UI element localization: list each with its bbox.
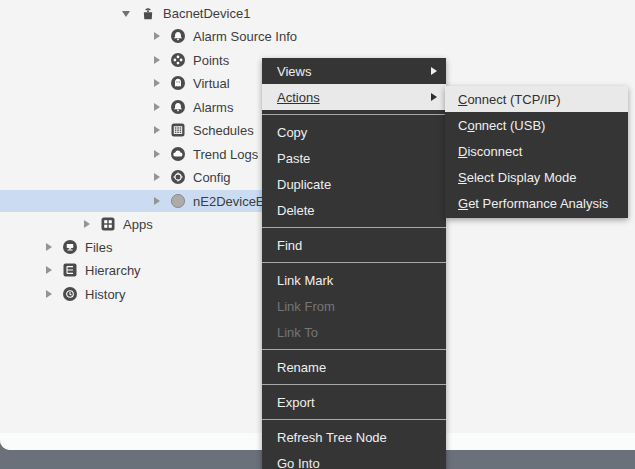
submenu-item-label: Connect (TCP/IP)	[458, 92, 561, 107]
virtual-ghost-icon	[170, 75, 186, 91]
menu-item-actions[interactable]: Actions	[262, 84, 446, 110]
submenu-item-select-display-mode[interactable]: Select Display Mode	[445, 164, 628, 190]
menu-item-rename[interactable]: Rename	[262, 354, 446, 380]
history-clock-icon	[62, 286, 78, 302]
menu-item-label: Paste	[277, 151, 310, 166]
tree-item-label: Alarm Source Info	[193, 29, 297, 44]
tree-item-label: Virtual	[193, 76, 230, 91]
tree-item-label: Points	[193, 53, 229, 68]
expand-arrow-icon[interactable]	[152, 196, 162, 206]
alarm-bell-icon	[170, 99, 186, 115]
menu-item-label: Views	[277, 64, 311, 79]
expand-arrow-icon[interactable]	[152, 102, 162, 112]
tree-item-label: History	[85, 287, 125, 302]
collapse-arrow-icon[interactable]	[122, 8, 132, 18]
menu-item-label: Actions	[277, 90, 320, 105]
menu-item-find[interactable]: Find	[262, 232, 446, 258]
menu-item-label: Delete	[277, 203, 315, 218]
tree-item-label: Trend Logs	[193, 147, 258, 162]
expand-arrow-icon[interactable]	[152, 172, 162, 182]
tree-item-label: Apps	[123, 217, 153, 232]
tree-item-label: Hierarchy	[85, 263, 141, 278]
menu-item-label: Find	[277, 238, 302, 253]
menu-item-duplicate[interactable]: Duplicate	[262, 171, 446, 197]
tree-item-label: BacnetDevice1	[163, 6, 250, 21]
submenu-arrow-icon	[431, 67, 437, 75]
menu-separator	[262, 223, 446, 232]
menu-item-label: Link From	[277, 299, 335, 314]
tree-item-label: Files	[85, 240, 112, 255]
menu-item-link-mark[interactable]: Link Mark	[262, 267, 446, 293]
expand-arrow-icon[interactable]	[152, 55, 162, 65]
submenu-item-get-performance-analysis[interactable]: Get Performance Analysis	[445, 190, 628, 216]
menu-item-label: Rename	[277, 360, 326, 375]
submenu-arrow-icon	[431, 93, 437, 101]
alarm-bell-icon	[170, 28, 186, 44]
config-wheel-icon	[170, 169, 186, 185]
plain-circle-icon	[170, 193, 186, 209]
trend-cloud-icon	[170, 146, 186, 162]
menu-item-label: Copy	[277, 125, 307, 140]
menu-separator	[262, 345, 446, 354]
tree-item-label: Alarms	[193, 100, 233, 115]
submenu-item-label: Connect (USB)	[458, 118, 545, 133]
menu-item-refresh-tree-node[interactable]: Refresh Tree Node	[262, 424, 446, 450]
actions-submenu: Connect (TCP/IP) Connect (USB) Disconnec…	[445, 86, 628, 218]
app-window: BacnetDevice1 Alarm Source Info Points	[0, 0, 635, 469]
menu-item-label: Link Mark	[277, 273, 333, 288]
submenu-item-label: Get Performance Analysis	[458, 196, 608, 211]
submenu-item-connect-tcpip[interactable]: Connect (TCP/IP)	[445, 86, 628, 112]
submenu-item-label: Disconnect	[458, 144, 522, 159]
expand-arrow-icon[interactable]	[152, 125, 162, 135]
expand-arrow-icon[interactable]	[152, 78, 162, 88]
expand-arrow-icon[interactable]	[44, 265, 54, 275]
expand-arrow-icon[interactable]	[152, 149, 162, 159]
menu-item-paste[interactable]: Paste	[262, 145, 446, 171]
menu-item-views[interactable]: Views	[262, 58, 446, 84]
menu-item-link-from: Link From	[262, 293, 446, 319]
context-menu: Views Actions Copy Paste Duplicate Delet…	[262, 58, 446, 469]
menu-item-go-into[interactable]: Go Into	[262, 450, 446, 469]
apps-grid-icon	[100, 216, 116, 232]
menu-item-label: Export	[277, 395, 315, 410]
menu-item-label: Duplicate	[277, 177, 331, 192]
menu-separator	[262, 110, 446, 119]
expand-arrow-icon[interactable]	[44, 289, 54, 299]
menu-item-label: Go Into	[277, 456, 320, 469]
submenu-item-connect-usb[interactable]: Connect (USB)	[445, 112, 628, 138]
menu-separator	[262, 380, 446, 389]
menu-item-delete[interactable]: Delete	[262, 197, 446, 223]
bacnet-device-icon	[140, 5, 156, 21]
tree-item-label: Config	[193, 170, 231, 185]
menu-separator	[262, 415, 446, 424]
expand-arrow-icon[interactable]	[44, 242, 54, 252]
menu-separator	[262, 258, 446, 267]
expand-arrow-icon[interactable]	[152, 31, 162, 41]
tree-item-bacnetdevice1[interactable]: BacnetDevice1	[0, 2, 568, 24]
submenu-item-label: Select Display Mode	[458, 170, 577, 185]
hierarchy-icon	[62, 262, 78, 278]
points-icon	[170, 52, 186, 68]
schedule-calendar-icon	[170, 122, 186, 138]
menu-item-label: Refresh Tree Node	[277, 430, 387, 445]
menu-item-copy[interactable]: Copy	[262, 119, 446, 145]
menu-item-label: Link To	[277, 325, 318, 340]
files-icon	[62, 239, 78, 255]
submenu-item-disconnect[interactable]: Disconnect	[445, 138, 628, 164]
expand-arrow-icon[interactable]	[82, 219, 92, 229]
menu-item-export[interactable]: Export	[262, 389, 446, 415]
tree-item-label: Schedules	[193, 123, 254, 138]
menu-item-link-to: Link To	[262, 319, 446, 345]
tree-item-alarm-source-info[interactable]: Alarm Source Info	[0, 25, 598, 47]
